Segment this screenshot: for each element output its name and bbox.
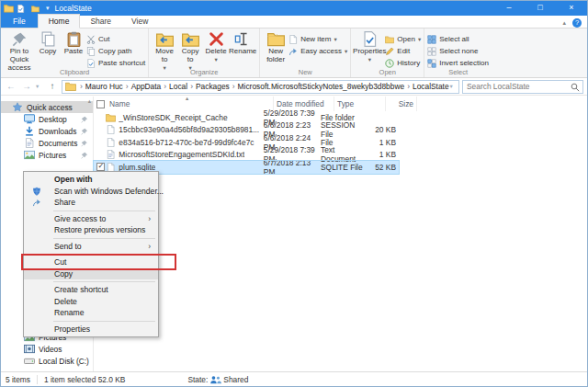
qat-properties-icon[interactable] (17, 5, 25, 13)
rename-icon (234, 31, 252, 47)
move-to-icon (156, 31, 174, 47)
sidebar-scroll-down-icon[interactable]: ▾ (77, 361, 80, 369)
monitor-icon (24, 114, 35, 124)
invert-selection-icon (427, 59, 436, 68)
tab-home[interactable]: Home (38, 14, 81, 28)
copy-path-button[interactable]: Copy path (86, 45, 145, 57)
delete-x-icon (208, 31, 225, 47)
file-list: ▴ Name Date modified Type Size _WinStore… (94, 97, 587, 371)
easy-access-icon (288, 47, 298, 56)
paste-button[interactable]: Paste (61, 30, 86, 56)
menu-item-restore-previous-versions[interactable]: Restore previous versions (24, 224, 158, 236)
easy-access-button[interactable]: Easy access▾ (288, 45, 347, 57)
shared-people-icon (209, 375, 221, 384)
file-row-session[interactable]: 15cbbc93e90a4d56bf8d9a29305b8981... 6/6/… (94, 124, 399, 137)
search-icon[interactable] (571, 83, 580, 92)
cut-button[interactable]: Cut (86, 33, 145, 45)
minimize-button[interactable]: – (493, 1, 525, 16)
new-item-button[interactable]: New item▾ (288, 33, 347, 45)
dropdown-icon: ▾ (418, 36, 421, 43)
collapse-ribbon-icon[interactable]: ▴ (562, 19, 566, 27)
copy-to-button[interactable]: Copy to▾ (177, 30, 203, 71)
sidebar-item-desktop[interactable]: Desktop (1, 113, 93, 125)
column-header-type[interactable]: Type (334, 97, 386, 111)
column-header-size[interactable]: Size (386, 97, 417, 111)
crumb-appdata[interactable]: AppData (130, 82, 163, 91)
select-all-button[interactable]: Select all (427, 33, 489, 45)
download-arrow-icon (24, 126, 35, 136)
group-label-new: New (260, 67, 350, 77)
copy-button[interactable]: Copy (35, 30, 61, 56)
close-button[interactable]: × (556, 1, 587, 16)
search-input[interactable] (463, 81, 582, 93)
tab-file[interactable]: File (1, 15, 38, 28)
new-folder-icon (267, 31, 285, 47)
window-title: LocalState (55, 4, 92, 13)
delete-button[interactable]: Delete▾ (203, 30, 229, 63)
menu-item-scan-with-windows-defender[interactable]: Scan with Windows Defender... (24, 186, 158, 198)
crumb-user[interactable]: Mauro Huc (85, 82, 124, 91)
qat-new-folder-icon[interactable] (31, 5, 40, 13)
qat-customize-icon[interactable]: ▾ (46, 5, 50, 12)
sidebar-item-pictures[interactable]: Pictures (1, 149, 93, 161)
search-box (462, 80, 583, 94)
row-checkbox-checked[interactable] (96, 163, 105, 171)
ribbon-group-select: Select all Select none Invert selection … (424, 28, 492, 77)
sidebar-item-documents[interactable]: Documents (1, 137, 93, 149)
menu-item-delete[interactable]: Delete (24, 296, 158, 308)
menu-item-rename[interactable]: Rename (24, 307, 158, 319)
menu-item-give-access-to[interactable]: Give access to › (24, 213, 158, 225)
picture-icon (24, 150, 35, 160)
column-header-date-modified[interactable]: Date modified (274, 97, 334, 111)
menu-item-cut[interactable]: Cut (24, 256, 158, 268)
menu-item-open-with[interactable]: Open with (24, 174, 158, 186)
menu-item-properties[interactable]: Properties (24, 324, 158, 336)
tab-view[interactable]: View (121, 15, 158, 28)
menu-item-share[interactable]: Share (24, 197, 158, 209)
menu-item-copy[interactable]: Copy (24, 268, 158, 280)
group-label-clipboard: Clipboard (1, 67, 148, 77)
text-file-icon (106, 150, 116, 159)
dropdown-icon: ▾ (368, 56, 371, 63)
paste-icon (65, 31, 83, 47)
maximize-button[interactable]: □ (525, 1, 556, 16)
rename-button[interactable]: Rename (229, 30, 256, 56)
open-button[interactable]: Open▾ (385, 33, 421, 45)
breadcrumb[interactable]: › Mauro Huc › AppData › Local › Packages… (62, 80, 459, 94)
crumb-local[interactable]: Local (168, 82, 188, 91)
recent-locations-icon[interactable]: ▾ (36, 83, 43, 90)
move-to-button[interactable]: Move to▾ (152, 30, 177, 71)
document-icon (24, 138, 35, 148)
sidebar-item-quick-access[interactable]: Quick access (1, 101, 93, 113)
crumb-separator-icon: › (78, 82, 85, 91)
star-icon (12, 102, 23, 112)
sidebar-item-videos[interactable]: Videos (1, 343, 93, 355)
menu-separator (53, 238, 155, 239)
history-icon (385, 59, 394, 68)
properties-button[interactable]: Properties▾ (354, 30, 385, 63)
new-folder-button[interactable]: New folder (263, 30, 288, 64)
selection-summary: 1 item selected 52.0 KB (44, 375, 125, 384)
address-dropdown-icon[interactable]: ▾ (450, 83, 458, 90)
select-none-button[interactable]: Select none (427, 45, 489, 57)
edit-button[interactable]: Edit (385, 45, 421, 57)
header-checkbox[interactable] (96, 100, 105, 108)
file-row-sdkid-txt[interactable]: MicrosoftStoreEngagementSDKId.txt 5/29/2… (94, 149, 399, 162)
crumb-localstate[interactable]: LocalState (412, 82, 450, 91)
column-header-name[interactable]: Name (107, 97, 274, 111)
menu-item-create-shortcut[interactable]: Create shortcut (24, 284, 158, 296)
help-icon[interactable]: ? (572, 18, 582, 28)
pin-to-quick-access-button[interactable]: Pin to Quick access (4, 30, 35, 72)
crumb-packages[interactable]: Packages (195, 82, 231, 91)
up-button[interactable]: ↑ (46, 79, 59, 94)
submenu-arrow-icon: › (148, 241, 151, 253)
back-button[interactable]: ← (5, 79, 17, 94)
crumb-package-id[interactable]: Microsoft.MicrosoftStickyNotes_8wekyb3d8… (237, 82, 406, 91)
copy-path-icon (86, 47, 96, 56)
sidebar-scroll-up-icon[interactable]: ▴ (88, 97, 91, 105)
sidebar-item-downloads[interactable]: Downloads (1, 125, 93, 137)
menu-item-send-to[interactable]: Send to › (24, 241, 158, 253)
items-count: 5 items (6, 375, 30, 384)
forward-button[interactable]: → (20, 79, 33, 94)
tab-share[interactable]: Share (80, 15, 121, 28)
